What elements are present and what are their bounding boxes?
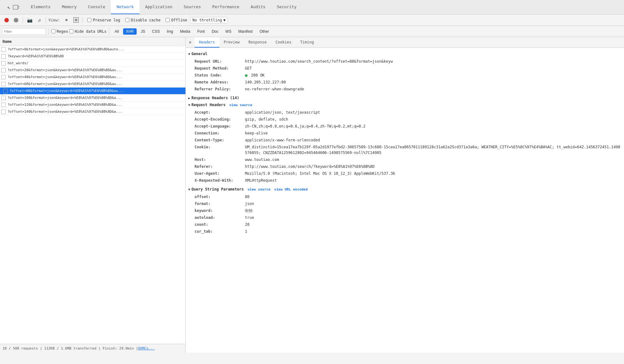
record-button[interactable]	[3, 16, 11, 24]
request-url-3: ?offset=20&format=json&keyword=%E8%A1%97…	[8, 68, 122, 72]
request-url-6: ?offset=80&format=json&keyword=%E8%A1%97…	[9, 89, 124, 93]
request-headers-section-header[interactable]: ▼ Request Headers view source	[186, 101, 624, 108]
referer-row: Referer: http://www.toutiao.com/search/?…	[192, 163, 624, 170]
response-headers-section-header[interactable]: ▶ Response Headers (14)	[186, 94, 624, 101]
filter-css-btn[interactable]: CSS	[149, 28, 163, 35]
request-item[interactable]: ?offset=20&format=json&keyword=%E8%A1%97…	[0, 67, 185, 74]
view-source-link[interactable]: view source	[229, 103, 252, 107]
filter-img-btn[interactable]: Img	[164, 28, 176, 35]
detail-content: ▼ General Request URL: http://www.toutia…	[186, 48, 624, 353]
filter-doc-btn[interactable]: Doc	[209, 28, 221, 35]
filter-ws-btn[interactable]: WS	[223, 28, 234, 35]
filter-xhr-btn[interactable]: XHR	[123, 28, 137, 35]
tab-audits[interactable]: Audits	[245, 0, 271, 14]
request-item[interactable]: ?offset=60&format=json&keyword=%E8%A1%97…	[0, 81, 185, 88]
offline-label[interactable]: Offline	[166, 18, 187, 22]
request-url-7: ?offset=100&format=json&keyword=%E8%A1%9…	[8, 96, 122, 100]
query-view-source-link[interactable]: view source	[247, 187, 270, 191]
tab-sources[interactable]: Sources	[178, 0, 207, 14]
filter-type-divider	[109, 28, 109, 35]
request-item[interactable]: ?offset=120&format=json&keyword=%E8%A1%9…	[0, 101, 185, 108]
query-params-section-header[interactable]: ▼ Query String Parameters view source vi…	[186, 186, 624, 193]
disable-cache-label[interactable]: Disable cache	[125, 18, 161, 22]
arrow-down-icon-3: ▼	[188, 188, 190, 191]
item-checkbox-8[interactable]	[1, 103, 6, 107]
item-checkbox-3[interactable]	[1, 68, 6, 72]
request-item[interactable]: ?offset=140&format=json&keyword=%E8%A1%9…	[0, 108, 185, 115]
request-url-row: Request URL: http://www.toutiao.com/sear…	[192, 58, 624, 65]
toolbar-divider-2	[46, 17, 46, 23]
request-item[interactable]: ?offset=100&format=json&keyword=%E8%A1%9…	[0, 94, 185, 101]
view-detail-button[interactable]: ⊟	[72, 16, 80, 24]
view-label: View:	[48, 18, 60, 22]
tab-network[interactable]: Network	[111, 0, 139, 14]
tab-timing[interactable]: Timing	[296, 37, 318, 48]
item-checkbox-0[interactable]	[1, 47, 6, 52]
tab-memory[interactable]: Memory	[56, 0, 82, 14]
filter-divider	[48, 28, 49, 35]
status-row: Status Code: 200 OK	[192, 72, 624, 79]
filter-other-btn[interactable]: Other	[257, 28, 272, 35]
chevron-down-icon: ▼	[223, 18, 225, 22]
tab-response[interactable]: Response	[244, 37, 271, 48]
query-view-url-encoded-link[interactable]: view URL encoded	[274, 187, 308, 191]
list-icon: ≡	[65, 18, 68, 22]
filter-media-btn[interactable]: Media	[177, 28, 193, 35]
tab-security[interactable]: Security	[271, 0, 302, 14]
hide-data-urls-label[interactable]: Hide data URLs	[69, 29, 106, 34]
request-item[interactable]: ?offset=0&format=json&keyword=%E8%A1%97%…	[0, 46, 185, 53]
tab-preview[interactable]: Preview	[219, 37, 244, 48]
request-url-0: ?offset=0&format=json&keyword=%E8%A1%97%…	[8, 47, 124, 51]
request-item[interactable]: ?keyword=%E8%A1%97%E6%8B%8D	[0, 53, 185, 60]
regex-label[interactable]: Regex	[51, 29, 68, 34]
format-row: format: json	[192, 200, 624, 207]
tab-console[interactable]: Console	[82, 0, 111, 14]
request-url-1: ?keyword=%E8%A1%97%E6%8B%8D	[8, 54, 64, 58]
item-checkbox-4[interactable]	[1, 75, 6, 79]
request-url-2: hot_words/	[8, 61, 28, 65]
arrow-down-icon: ▼	[188, 52, 190, 56]
request-item[interactable]: ?offset=40&format=json&keyword=%E8%A1%97…	[0, 74, 185, 81]
item-checkbox-9[interactable]	[1, 110, 6, 114]
status-green-icon	[245, 74, 247, 77]
preserve-log-checkbox[interactable]	[87, 18, 91, 22]
stop-button[interactable]	[12, 16, 20, 24]
request-item[interactable]: hot_words/	[0, 60, 185, 67]
item-checkbox-1[interactable]	[1, 54, 6, 59]
disable-cache-checkbox[interactable]	[125, 18, 129, 22]
offline-checkbox[interactable]	[166, 18, 170, 22]
toolbar-divider-1	[23, 17, 23, 23]
request-url-4: ?offset=40&format=json&keyword=%E8%A1%97…	[8, 75, 122, 79]
hide-data-urls-checkbox[interactable]	[69, 29, 73, 33]
filter-manifest-btn[interactable]: Manifest	[235, 28, 255, 35]
filter-js-btn[interactable]: JS	[138, 28, 148, 35]
tab-performance[interactable]: Performance	[207, 0, 245, 14]
item-checkbox-6[interactable]	[3, 89, 8, 93]
regex-checkbox[interactable]	[51, 29, 55, 33]
item-checkbox-5[interactable]	[1, 82, 6, 86]
filter-button[interactable]: ⊿	[35, 16, 43, 24]
selected-indicator	[1, 88, 3, 94]
tab-application[interactable]: Application	[139, 0, 178, 14]
tab-cookies[interactable]: Cookies	[271, 37, 296, 48]
filter-font-btn[interactable]: Font	[194, 28, 207, 35]
view-list-button[interactable]: ≡	[62, 16, 71, 24]
x-requested-with-row: X-Requested-With: XMLHttpRequest	[192, 177, 624, 184]
preserve-log-label[interactable]: Preserve log	[87, 18, 120, 22]
request-item-selected[interactable]: ?offset=80&format=json&keyword=%E8%A1%97…	[0, 88, 185, 94]
tab-elements[interactable]: Elements	[25, 0, 56, 14]
domco-link[interactable]: DOMCo...	[138, 346, 155, 350]
filter-all-btn[interactable]: All	[112, 28, 122, 35]
status-bar: 10 / 508 requests | 112KB / 1.6MB transf…	[0, 344, 185, 353]
video-button[interactable]: 📷	[26, 16, 34, 24]
tab-headers[interactable]: Headers	[195, 37, 219, 48]
arrow-right-icon: ▶	[188, 96, 190, 100]
throttle-select[interactable]: No throttling ▼	[190, 17, 228, 23]
general-section-header[interactable]: ▼ General	[186, 50, 624, 57]
item-checkbox-2[interactable]	[1, 61, 6, 65]
left-panel: Name ?offset=0&format=json&keyword=%E8%A…	[0, 37, 186, 353]
filter-input[interactable]	[2, 28, 46, 35]
right-panel: × Headers Preview Response Cookies Timin…	[186, 37, 624, 353]
item-checkbox-7[interactable]	[1, 96, 6, 100]
close-button[interactable]: ×	[186, 38, 195, 47]
